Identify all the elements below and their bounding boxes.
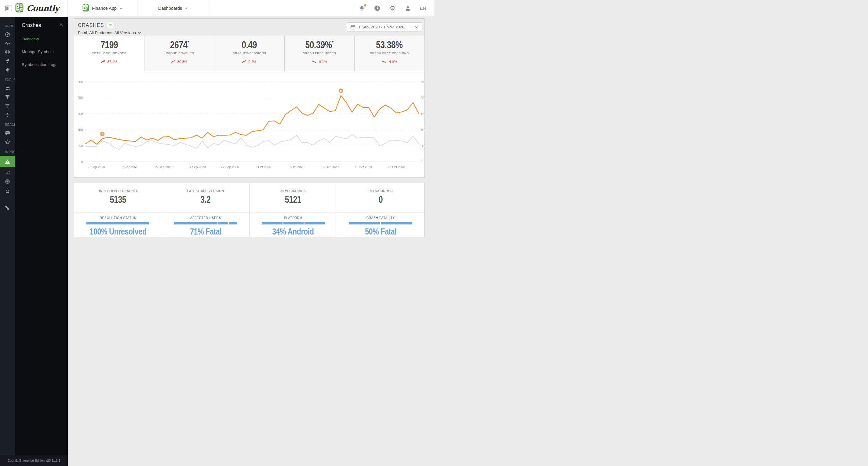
svg-text:21 Oct 2020: 21 Oct 2020 — [354, 165, 372, 169]
filter-icon — [109, 24, 112, 27]
progress-bar — [349, 222, 412, 224]
card-highlight: 100% Unresolved — [90, 226, 146, 233]
flask-icon — [5, 188, 10, 193]
svg-text:27 Oct 2020: 27 Oct 2020 — [388, 165, 405, 169]
stat-tab-crash-free-sessions[interactable]: 53.38% CRASH FREE SESSIONS -4.0% — [354, 36, 424, 71]
app-switcher-label: Finance App — [92, 6, 117, 11]
chip-icon — [5, 179, 10, 184]
sidebar-item-bubbles[interactable] — [0, 57, 15, 65]
crashes-panel: CRASHES Fatal, All Platforms, All Versio… — [74, 18, 425, 178]
sidebar-item-chip[interactable] — [0, 177, 15, 186]
filter-summary: Fatal, All Platforms, All Versions — [78, 31, 136, 35]
ab-test-icon — [5, 170, 10, 175]
estimate-asterisk: * — [187, 40, 189, 45]
svg-text:2: 2 — [87, 5, 88, 8]
sidebar-toggle-icon[interactable] — [5, 5, 12, 11]
card-value: 5135 — [110, 194, 126, 205]
stat-change: 0.4% — [248, 60, 256, 64]
date-range-picker[interactable]: 1 Sep, 2020 - 1 Nov, 2020 — [347, 22, 422, 31]
menu-item-manage-symbols[interactable]: Manage Symbols — [22, 50, 68, 54]
card-value: 3.2 — [201, 194, 211, 205]
svg-text:15 Oct 2020: 15 Oct 2020 — [321, 165, 338, 169]
section-reach: REACH — [0, 123, 15, 126]
svg-text:200: 200 — [77, 96, 83, 99]
sidebar-item-drill[interactable] — [0, 101, 15, 110]
sidebar-item-gauge[interactable] — [0, 30, 15, 39]
summary-cards: UNRESOLVED CRASHES 5135 LATEST APP VERSI… — [74, 183, 425, 233]
card-label: PLATFORM — [250, 216, 337, 220]
crash-trend-chart: 0050501001001501502002002502503 Sep 2020… — [74, 71, 424, 178]
svg-text:250: 250 — [421, 80, 424, 84]
svg-text:50: 50 — [421, 144, 424, 148]
stat-tab-crashes-sessions[interactable]: 0.49 CRASHES/SESSIONS 0.4% — [214, 36, 284, 71]
countly-logo-icon[interactable]: 1 2 3 — [15, 3, 24, 14]
stat-label: UNIQUE CRASHES — [145, 51, 214, 55]
menu-item-symbolication-logs[interactable]: Symbolication Logs — [22, 62, 68, 67]
sidebar-item-ab-test[interactable] — [0, 168, 15, 177]
svg-text:0: 0 — [81, 160, 83, 164]
stat-tab-total-occurrences[interactable]: 7199 TOTAL OCCURENCES 87.1% — [74, 36, 144, 71]
sidebar-item-smiley[interactable] — [0, 48, 15, 57]
sidebar-item-funnel[interactable] — [0, 93, 15, 101]
drill-icon — [5, 103, 10, 108]
sidebar-item-ecg[interactable] — [0, 39, 15, 48]
svg-text:21 Sep 2020: 21 Sep 2020 — [188, 165, 206, 169]
divide-icon — [5, 113, 10, 117]
page-title: CRASHES — [78, 22, 104, 28]
sidebar-item-users[interactable] — [0, 84, 15, 93]
smiley-icon — [5, 50, 10, 55]
sidebar-item-tag[interactable] — [0, 65, 15, 74]
stat-value: 0.49 — [242, 39, 257, 51]
dashboards-menu[interactable]: Dashboards — [137, 0, 209, 17]
svg-text:A: A — [101, 132, 103, 135]
svg-text:200: 200 — [421, 96, 424, 99]
date-range-value: 1 Sep, 2020 - 1 Nov, 2020 — [358, 25, 404, 29]
bell-icon[interactable] — [359, 5, 365, 11]
stat-change: 87.1% — [107, 60, 117, 64]
sidebar-item-flask[interactable] — [0, 186, 15, 195]
svg-text:27 Sep 2020: 27 Sep 2020 — [221, 165, 239, 169]
close-icon[interactable]: × — [59, 21, 63, 28]
card-highlight: 71% Fatal — [190, 226, 221, 233]
stat-change: -0.1% — [318, 60, 327, 64]
svg-text:1: 1 — [84, 6, 86, 9]
language-selector[interactable]: EN — [420, 6, 426, 11]
chevron-down-icon — [415, 26, 418, 28]
top-bar: 1 2 3 Countly 1 2 3 Finance App Dashboa — [0, 0, 434, 17]
stat-tab-crash-free-users[interactable]: 50.39%* CRASH FREE USERS -0.1% — [284, 36, 354, 71]
chevron-down-icon — [185, 7, 188, 9]
filter-chip[interactable] — [106, 21, 114, 29]
clock-icon[interactable] — [374, 5, 380, 11]
svg-text:100: 100 — [421, 128, 424, 132]
sidebar-item-management[interactable] — [0, 203, 15, 212]
stat-value: 50.39% — [305, 39, 332, 51]
card-resolution-status: RESOLUTION STATUS 100% Unresolved — [74, 213, 162, 233]
stat-change: -4.0% — [388, 60, 397, 64]
stat-change: 50.5% — [178, 60, 188, 64]
sidebar-item-chat[interactable] — [0, 129, 15, 137]
stat-tab-unique-crashes[interactable]: 2674* UNIQUE CRASHES 50.5% — [144, 36, 214, 71]
sidebar-item-star[interactable] — [0, 137, 15, 146]
section-understand: UNDE — [0, 25, 15, 28]
app-switcher[interactable]: 1 2 3 Finance App — [68, 0, 137, 17]
gear-icon[interactable]: ⚙ — [390, 5, 396, 11]
card-label: CRASH FATALITY — [337, 216, 425, 220]
stat-value: 53.38% — [376, 39, 403, 51]
sidebar-rail: UNDE EXPLO REACH — [0, 17, 15, 233]
section-improve: IMPRO — [0, 150, 15, 154]
notification-dot — [364, 4, 366, 6]
trend-down-icon — [312, 60, 316, 63]
wrench-icon — [5, 205, 10, 210]
progress-bar — [174, 222, 237, 224]
stat-tabs: 7199 TOTAL OCCURENCES 87.1% 2674* UNIQUE… — [74, 36, 424, 71]
svg-text:150: 150 — [421, 112, 424, 116]
card-value: 5121 — [285, 194, 302, 205]
sidebar-item-crashes[interactable] — [0, 156, 15, 167]
menu-item-overview[interactable]: Overview — [22, 37, 68, 41]
user-icon[interactable] — [405, 5, 411, 11]
warning-icon — [5, 159, 10, 164]
svg-text:B: B — [340, 89, 342, 92]
card-highlight: 34% Android — [272, 226, 314, 233]
card-highlight: 50% Fatal — [365, 226, 397, 233]
sidebar-item-divide[interactable] — [0, 110, 15, 119]
